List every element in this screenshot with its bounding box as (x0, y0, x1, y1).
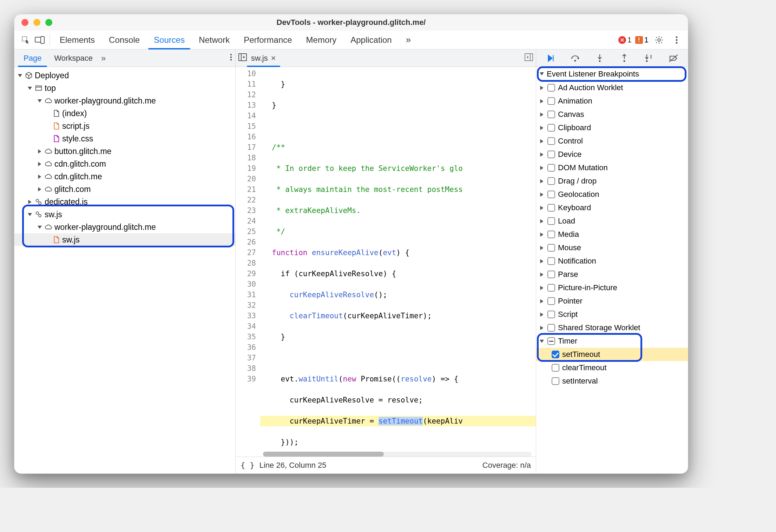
code-content: } } /** * In order to keep the ServiceWo… (260, 67, 536, 457)
bp-category[interactable]: Clipboard (536, 121, 688, 134)
checkbox-checked-icon[interactable] (552, 351, 559, 358)
coverage-status: Coverage: n/a (482, 461, 531, 470)
svg-point-7 (230, 54, 232, 55)
tabs-overflow-icon[interactable]: » (399, 31, 418, 49)
device-toolbar-icon[interactable] (33, 33, 47, 47)
bp-category[interactable]: Mouse (536, 241, 688, 254)
bp-category[interactable]: Picture-in-Picture (536, 281, 688, 294)
horizontal-scrollbar[interactable] (263, 452, 532, 457)
tree-scriptjs[interactable]: script.js (14, 120, 235, 132)
bp-category[interactable]: Keyboard (536, 201, 688, 214)
svg-point-8 (230, 56, 232, 58)
tree-swjs-file[interactable]: sw.js (14, 233, 235, 246)
inspect-element-icon[interactable] (19, 33, 33, 47)
tree-cdn2[interactable]: cdn.glitch.me (14, 170, 235, 183)
close-window-button[interactable] (21, 19, 28, 26)
bp-cleartimeout[interactable]: clearTimeout (536, 361, 688, 374)
tab-console[interactable]: Console (102, 31, 147, 49)
breakpoint-categories[interactable]: Ad Auction Worklet Animation Canvas Clip… (536, 81, 688, 473)
more-menu-icon[interactable] (670, 33, 684, 47)
resume-icon[interactable] (544, 54, 557, 63)
svg-point-6 (676, 42, 678, 44)
cloud-icon (45, 147, 52, 155)
tree-swjs-group[interactable]: sw.js (14, 208, 235, 221)
deactivate-breakpoints-icon[interactable] (667, 54, 680, 62)
step-over-icon[interactable] (569, 54, 581, 62)
navigator-more-icon[interactable] (230, 53, 232, 63)
frame-icon (35, 84, 42, 92)
navigator-tabs-overflow-icon[interactable]: » (101, 53, 106, 63)
bp-category[interactable]: Animation (536, 94, 688, 108)
bp-category[interactable]: Geolocation (536, 188, 688, 201)
bp-category[interactable]: Notification (536, 254, 688, 268)
bp-category[interactable]: Script (536, 308, 688, 321)
error-icon (618, 36, 626, 44)
toggle-navigator-icon[interactable] (238, 53, 247, 63)
bp-category[interactable]: Shared Storage Worklet (536, 321, 688, 334)
cloud-icon (45, 185, 52, 193)
step-out-icon[interactable] (618, 54, 631, 63)
navigator-tab-workspace[interactable]: Workspace (48, 49, 99, 67)
cloud-icon (45, 173, 52, 180)
tree-button[interactable]: button.glitch.me (14, 145, 235, 158)
minimize-window-button[interactable] (33, 19, 40, 26)
tab-performance[interactable]: Performance (237, 31, 299, 49)
settings-icon[interactable] (652, 33, 666, 47)
maximize-window-button[interactable] (45, 19, 52, 26)
bp-category[interactable]: DOM Mutation (536, 161, 688, 174)
tree-top[interactable]: top (14, 82, 235, 94)
svg-point-9 (230, 59, 232, 61)
tree-swjs-domain[interactable]: worker-playground.glitch.me (14, 221, 235, 233)
file-icon (52, 109, 60, 117)
tree-deployed[interactable]: Deployed (14, 69, 235, 82)
tab-elements[interactable]: Elements (53, 31, 102, 49)
tree-index[interactable]: (index) (14, 107, 235, 120)
tree-cdn1[interactable]: cdn.glitch.com (14, 158, 235, 170)
run-snippet-icon[interactable] (525, 53, 533, 63)
bp-category[interactable]: Load (536, 214, 688, 228)
tab-memory[interactable]: Memory (299, 31, 344, 49)
file-tree[interactable]: Deployed top worker-playground.glitch.me… (14, 67, 235, 473)
editor-tab-swjs[interactable]: sw.js ✕ (247, 49, 280, 67)
bp-category[interactable]: Device (536, 148, 688, 161)
svg-point-23 (599, 60, 601, 62)
svg-point-15 (39, 214, 41, 217)
bp-category-timer[interactable]: Timer (536, 334, 688, 348)
issues-count[interactable]: ! 1 (635, 35, 649, 45)
tab-application[interactable]: Application (343, 31, 399, 49)
deployed-icon (25, 72, 33, 79)
bp-setinterval[interactable]: setInterval (536, 374, 688, 388)
format-icon[interactable]: { } (241, 461, 255, 470)
cursor-position: Line 26, Column 25 (259, 461, 327, 470)
tree-domain[interactable]: worker-playground.glitch.me (14, 94, 235, 107)
tab-network[interactable]: Network (192, 31, 237, 49)
bp-category[interactable]: Canvas (536, 108, 688, 121)
main-toolbar: Elements Console Sources Network Perform… (14, 31, 688, 49)
breakpoints-section-header[interactable]: Event Listener Breakpoints (536, 67, 688, 81)
bp-category[interactable]: Parse (536, 268, 688, 281)
bp-settimeout[interactable]: setTimeout (536, 348, 688, 361)
code-editor[interactable]: 1011121314151617181920212223242526272829… (236, 67, 536, 457)
svg-rect-2 (41, 36, 44, 44)
tree-glitchcom[interactable]: glitch.com (14, 183, 235, 195)
step-icon[interactable] (643, 54, 655, 63)
tab-sources[interactable]: Sources (147, 31, 192, 49)
tree-dedicated[interactable]: dedicated.js (14, 195, 235, 208)
bp-category[interactable]: Ad Auction Worklet (536, 81, 688, 94)
step-into-icon[interactable] (593, 54, 606, 63)
svg-point-25 (624, 60, 625, 62)
error-count[interactable]: 1 (618, 35, 632, 45)
bp-category[interactable]: Drag / drop (536, 174, 688, 188)
bp-category[interactable]: Pointer (536, 294, 688, 308)
bp-category[interactable]: Control (536, 134, 688, 148)
close-tab-icon[interactable]: ✕ (271, 54, 276, 62)
svg-point-4 (676, 36, 678, 38)
worker-icon (35, 211, 42, 218)
navigator-tab-page[interactable]: Page (17, 49, 48, 67)
tree-stylecss[interactable]: style.css (14, 132, 235, 145)
debugger-panel: Event Listener Breakpoints Ad Auction Wo… (536, 49, 688, 473)
file-icon (52, 135, 60, 142)
svg-point-12 (36, 199, 39, 202)
bp-category[interactable]: Media (536, 228, 688, 241)
svg-point-27 (646, 60, 648, 62)
